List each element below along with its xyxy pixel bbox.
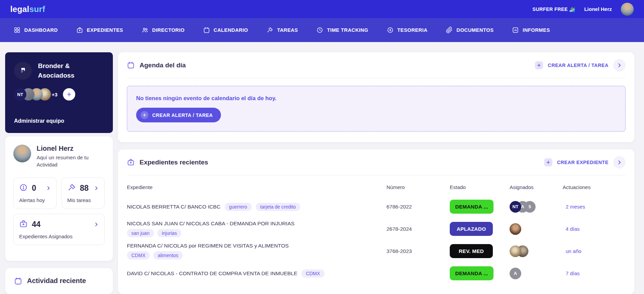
add-member-button[interactable]	[63, 88, 75, 101]
avatar-initials[interactable]: NT	[14, 88, 26, 101]
table-row[interactable]: NICOLAS BERRETTA C/ BANCO ICBC guerrerot…	[127, 196, 626, 218]
case-title[interactable]: FERNANDA C/ NICOLAS por REGIMEN DE VISIT…	[127, 243, 289, 249]
profile-name: Lionel Herz	[37, 145, 98, 152]
stat-card-expedientes-asignados[interactable]: 44 Expedientes Asignados	[13, 214, 105, 245]
stat-card-alertas-hoy[interactable]: 0 Alertas hoy	[13, 177, 57, 209]
tag-pill[interactable]: alimentos	[153, 251, 183, 259]
user-name[interactable]: Lionel Herz	[584, 6, 612, 12]
tag-pill[interactable]: tarjeta de credito	[256, 203, 300, 211]
actuaciones-cell: 4 días	[563, 226, 626, 232]
status-badge[interactable]: DEMANDA ...	[450, 266, 494, 280]
expedientes-expand-button[interactable]	[613, 156, 626, 169]
stat-card-mis-tareas[interactable]: 88 Mis tareas	[62, 177, 105, 209]
user-avatar[interactable]	[621, 3, 634, 16]
chevron-right-icon[interactable]	[94, 222, 99, 227]
team-card: Bronder & Asociadoss NT+3 Administrar eq…	[5, 52, 113, 133]
case-title[interactable]: NICOLAS SAN JUAN C/ NICOLAS CABA - DEMAN…	[127, 220, 294, 227]
nav-item-informes[interactable]: INFORMES	[512, 27, 550, 34]
last-action-text: 7 días	[566, 270, 580, 276]
app-logo[interactable]: legalsurf	[10, 4, 45, 14]
tag-pill[interactable]: guerrero	[225, 203, 252, 211]
expedientes-table: ExpedienteNúmeroEstadoAsignadosActuacion…	[127, 177, 626, 284]
activity-card: Actividad reciente	[5, 268, 113, 294]
briefcase-icon	[19, 219, 28, 229]
team-logo-icon	[14, 62, 32, 80]
estado-cell: DEMANDA ...	[450, 266, 510, 280]
grid-icon	[14, 27, 21, 34]
briefcase-icon	[127, 158, 135, 166]
agenda-expand-button[interactable]	[613, 59, 626, 71]
svg-text:$: $	[389, 28, 391, 32]
clock-icon	[316, 27, 323, 34]
table-row[interactable]: NICOLAS SAN JUAN C/ NICOLAS CABA - DEMAN…	[127, 218, 626, 240]
column-header-n-mero: Número	[386, 184, 450, 190]
create-alert-link[interactable]: CREAR ALERTA / TAREA	[548, 63, 608, 68]
calendar-icon	[127, 61, 135, 69]
profile-card: Lionel Herz Aquí un resumen de tu Activi…	[5, 136, 113, 261]
manage-team-link[interactable]: Administrar equipo	[14, 118, 104, 124]
status-badge[interactable]: APLAZADO	[450, 222, 493, 236]
avatar-photo[interactable]	[510, 223, 521, 235]
table-row[interactable]: FERNANDA C/ NICOLAS por REGIMEN DE VISIT…	[127, 240, 626, 262]
nav-item-expedientes[interactable]: EXPEDIENTES	[76, 27, 123, 34]
actuaciones-cell: un año	[563, 248, 626, 254]
case-title[interactable]: NICOLAS BERRETTA C/ BANCO ICBC	[127, 204, 221, 210]
last-action-text: 4 días	[566, 226, 580, 232]
nav-item-tareas[interactable]: TAREAS	[266, 27, 298, 34]
main-content: Agenda del día CREAR ALERTA / TAREA No t…	[118, 52, 634, 294]
expediente-cell: FERNANDA C/ NICOLAS por REGIMEN DE VISIT…	[127, 243, 386, 259]
report-icon	[512, 27, 519, 34]
last-action-text: un año	[566, 248, 581, 254]
create-expediente-link[interactable]: CREAR EXPEDIENTE	[557, 160, 608, 165]
tag-pill[interactable]: injurias	[157, 229, 181, 237]
logo-part-legal: legal	[10, 4, 29, 14]
team-avatars: NT+3	[14, 88, 104, 101]
plus-icon[interactable]	[535, 61, 543, 69]
status-badge[interactable]: REV. MED	[450, 244, 493, 258]
sidebar: Bronder & Asociadoss NT+3 Administrar eq…	[5, 52, 113, 294]
create-alert-button[interactable]: CREAR ALERTA / TAREA	[136, 108, 221, 122]
status-badge[interactable]: DEMANDA ...	[450, 200, 494, 214]
nav-item-tesoreria[interactable]: $ TESORERIA	[387, 27, 428, 34]
nav-item-calendario[interactable]: CALENDARIO	[203, 27, 248, 34]
case-title[interactable]: DAVID C/ NICOLAS - CONTRATO DE COMPRA VE…	[127, 270, 297, 277]
nav-item-documentos[interactable]: DOCUMENTOS	[446, 27, 494, 34]
activity-title: Actividad reciente	[27, 277, 86, 285]
profile-subtitle: Aquí un resumen de tu Actividad	[37, 154, 98, 169]
case-number: 6786-2022	[386, 204, 450, 210]
case-number: 3768-2023	[386, 248, 450, 254]
chevron-right-icon[interactable]	[94, 186, 99, 191]
nav-item-dashboard[interactable]: DASHBOARD	[14, 27, 58, 34]
plus-icon	[141, 111, 148, 119]
alert-icon	[19, 183, 28, 193]
tag-pill[interactable]: san juan	[127, 229, 154, 237]
plan-badge: SURFER FREE 🏄	[533, 6, 575, 12]
tag-pill[interactable]: CDMX	[127, 251, 150, 259]
logo-part-surf: surf	[29, 4, 45, 14]
estado-cell: DEMANDA ...	[450, 200, 510, 214]
assignees-cell: A	[510, 268, 563, 279]
assignees-cell	[510, 223, 563, 235]
people-icon	[142, 27, 148, 34]
top-bar: legalsurf SURFER FREE 🏄 Lionel Herz	[0, 0, 644, 18]
calendar-icon	[203, 27, 210, 34]
avatar-initials[interactable]: A	[510, 268, 521, 279]
table-row[interactable]: DAVID C/ NICOLAS - CONTRATO DE COMPRA VE…	[127, 262, 626, 284]
plus-icon[interactable]	[544, 158, 552, 166]
nav-item-directorio[interactable]: DIRECTORIO	[142, 27, 185, 34]
agenda-title: Agenda del día	[140, 62, 186, 69]
agenda-empty-state: No tienes ningún evento de calendario el…	[127, 86, 626, 132]
pin-icon	[266, 27, 273, 34]
avatar-photo[interactable]	[510, 245, 521, 257]
profile-avatar	[13, 145, 31, 162]
column-header-estado: Estado	[450, 184, 510, 190]
estado-cell: REV. MED	[450, 244, 510, 258]
chevron-right-icon[interactable]	[46, 186, 51, 191]
avatar-initials[interactable]: NT	[510, 201, 521, 213]
tag-pill[interactable]: CDMX	[301, 269, 324, 278]
expediente-cell: DAVID C/ NICOLAS - CONTRATO DE COMPRA VE…	[127, 269, 386, 278]
calendar-icon	[14, 277, 22, 285]
pin-icon	[67, 183, 76, 193]
nav-item-time-tracking[interactable]: TIME TRACKING	[316, 27, 368, 34]
briefcase-icon	[76, 27, 83, 34]
